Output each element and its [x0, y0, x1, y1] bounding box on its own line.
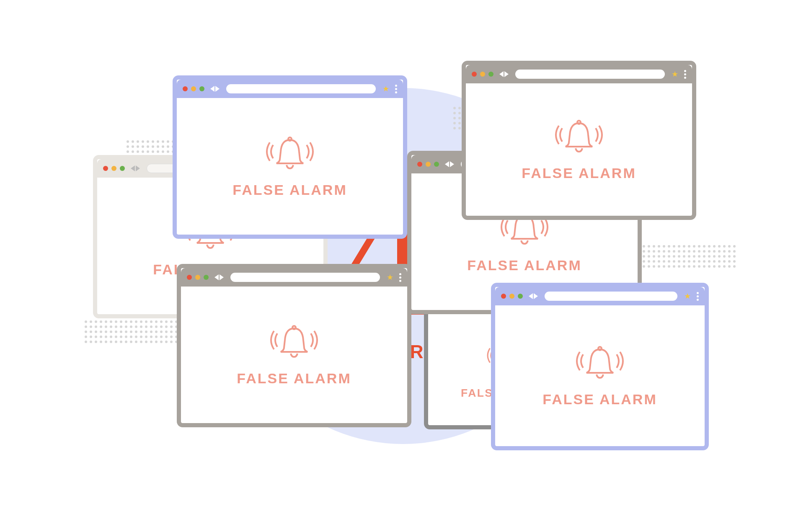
browser-window: ★ FALSE ALARM: [173, 75, 407, 239]
maximize-icon: [199, 86, 204, 91]
forward-icon: [215, 86, 220, 92]
browser-content: FALSE ALARM: [181, 287, 407, 423]
minimize-icon: [509, 294, 514, 299]
maximize-icon: [434, 162, 439, 167]
minimize-icon: [111, 166, 116, 171]
maximize-icon: [120, 166, 125, 171]
minimize-icon: [480, 72, 485, 77]
browser-window: ★ FALSE ALARM: [177, 264, 411, 427]
bell-ringing-icon: [269, 323, 319, 363]
url-bar: [545, 292, 677, 301]
nav-arrows: [214, 274, 224, 280]
star-icon: ★: [387, 273, 393, 282]
traffic-lights: [417, 162, 439, 167]
back-icon: [499, 71, 504, 77]
close-icon: [501, 294, 506, 299]
traffic-lights: [472, 72, 493, 77]
browser-titlebar: ★: [495, 287, 705, 305]
browser-window: ★ FALSE ALARM: [462, 61, 696, 220]
back-icon: [131, 165, 135, 171]
star-icon: ★: [382, 84, 389, 93]
traffic-lights: [183, 86, 204, 91]
close-icon: [472, 72, 477, 77]
nav-arrows: [529, 293, 538, 299]
back-icon: [210, 86, 214, 92]
url-bar: [230, 273, 380, 282]
browser-window: ★ FALSE ALARM: [491, 283, 709, 450]
false-alarm-label: FALSE ALARM: [232, 182, 347, 198]
illustration-stage: ALERT ★: [89, 57, 717, 475]
maximize-icon: [518, 294, 523, 299]
browser-titlebar: ★: [177, 80, 403, 98]
nav-arrows: [499, 71, 509, 77]
browser-content: FALSE ALARM: [177, 98, 403, 235]
close-icon: [187, 275, 192, 280]
close-icon: [103, 166, 108, 171]
menu-icon: [399, 273, 401, 282]
traffic-lights: [103, 166, 125, 171]
traffic-lights: [501, 294, 523, 299]
false-alarm-label: FALSE ALARM: [542, 391, 657, 408]
false-alarm-label: FALSE ALARM: [237, 370, 351, 387]
maximize-icon: [488, 72, 493, 77]
minimize-icon: [191, 86, 196, 91]
forward-icon: [220, 274, 224, 280]
back-icon: [529, 293, 533, 299]
bell-ringing-icon: [554, 118, 604, 158]
star-icon: ★: [672, 70, 678, 79]
menu-icon: [395, 85, 397, 93]
close-icon: [417, 162, 422, 167]
forward-icon: [504, 71, 509, 77]
url-bar: [226, 84, 376, 93]
close-icon: [183, 86, 188, 91]
menu-icon: [684, 70, 686, 79]
traffic-lights: [187, 275, 209, 280]
nav-arrows: [131, 165, 140, 171]
false-alarm-label: FALSE ALARM: [467, 257, 582, 274]
browser-titlebar: ★: [466, 65, 692, 83]
back-icon: [214, 274, 219, 280]
bell-ringing-icon: [265, 135, 315, 174]
forward-icon: [534, 293, 538, 299]
bell-ringing-icon: [575, 344, 625, 384]
dot-grid: [638, 245, 736, 268]
forward-icon: [136, 165, 140, 171]
minimize-icon: [426, 162, 431, 167]
star-icon: ★: [684, 292, 691, 301]
browser-content: FALSE ALARM: [495, 305, 705, 446]
dot-grid: [85, 320, 183, 343]
menu-icon: [697, 292, 699, 301]
forward-icon: [450, 161, 454, 167]
browser-titlebar: ★: [181, 268, 407, 287]
url-bar: [515, 70, 665, 79]
nav-arrows: [445, 161, 454, 167]
maximize-icon: [204, 275, 209, 280]
nav-arrows: [210, 86, 220, 92]
back-icon: [445, 161, 449, 167]
false-alarm-label: FALSE ALARM: [522, 165, 636, 181]
minimize-icon: [195, 275, 200, 280]
browser-content: FALSE ALARM: [466, 83, 692, 216]
